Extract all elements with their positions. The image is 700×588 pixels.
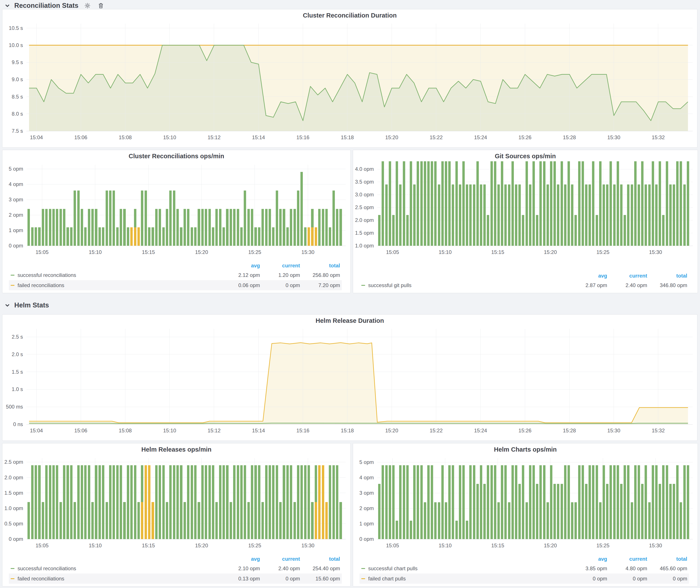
legend-sort-total[interactable]: total	[300, 263, 340, 269]
svg-text:15:25: 15:25	[248, 543, 261, 548]
legend-avg-value: 2.10 opm	[220, 565, 260, 572]
legend-series-color-icon	[361, 285, 365, 286]
legend-sort-total[interactable]: total	[647, 273, 687, 279]
panel-title-cluster-reconciliation-duration[interactable]: Cluster Reconciliation Duration	[2, 9, 697, 21]
legend-sort-total[interactable]: total	[647, 556, 687, 562]
svg-text:1 opm: 1 opm	[359, 521, 374, 527]
panel-cluster-reconciliation-duration: Cluster Reconciliation Duration 7.5 s8.0…	[2, 9, 697, 148]
chart-git-sources-opm[interactable]: 1.0 opm1.5 opm2.0 opm2.5 opm3.0 opm3.5 o…	[353, 161, 697, 260]
svg-text:1 opm: 1 opm	[9, 227, 23, 233]
svg-text:15:10: 15:10	[439, 249, 452, 255]
chart-cluster-reconciliations-opm[interactable]: 0 opm1 opm2 opm3 opm4 opm5 opm15:0515:10…	[3, 161, 350, 260]
chevron-down-icon	[3, 301, 12, 310]
chart-cluster-reconciliation-duration[interactable]: 7.5 s8.0 s8.5 s9.0 s9.5 s10.0 s10.5 s15:…	[3, 21, 697, 147]
legend-cluster-reconciliations: avgcurrenttotalsuccessful reconciliation…	[9, 261, 342, 290]
svg-text:2.0 opm: 2.0 opm	[4, 475, 23, 480]
legend-row: failed reconciliations0.13 opm0 opm15.60…	[9, 573, 342, 584]
svg-text:0 opm: 0 opm	[9, 243, 23, 249]
legend-sort-current[interactable]: current	[607, 273, 647, 279]
trash-icon[interactable]	[97, 1, 105, 10]
panel-title-cluster-reconciliations-opm[interactable]: Cluster Reconciliations ops/min	[2, 150, 350, 161]
svg-text:4 opm: 4 opm	[359, 475, 374, 480]
svg-text:15:15: 15:15	[142, 249, 155, 255]
svg-text:15:30: 15:30	[649, 543, 662, 548]
legend-sort-avg[interactable]: avg	[567, 273, 607, 279]
svg-text:4.0 opm: 4.0 opm	[355, 166, 374, 172]
svg-text:15:15: 15:15	[491, 249, 504, 255]
panel-helm-release-duration: Helm Release Duration 0 ns500 ms1.0 s1.5…	[2, 314, 697, 441]
panel-title-helm-charts-opm[interactable]: Helm Charts ops/min	[353, 443, 698, 455]
legend-sort-avg[interactable]: avg	[567, 556, 607, 562]
chevron-down-icon	[3, 1, 12, 10]
legend-current-value: 0 opm	[260, 576, 300, 582]
legend-helm-releases: avgcurrenttotalsuccessful reconciliation…	[9, 555, 342, 584]
chart-helm-release-duration[interactable]: 0 ns500 ms1.0 s1.5 s2.0 s2.5 s15:0415:06…	[3, 326, 697, 440]
legend-current-value: 2.40 opm	[607, 282, 647, 288]
svg-text:1.0 s: 1.0 s	[12, 386, 23, 392]
legend-sort-total[interactable]: total	[300, 556, 340, 562]
legend-series-name[interactable]: failed chart pulls	[368, 576, 406, 582]
section-toggle-reconciliation-stats[interactable]: Reconciliation Stats	[3, 1, 78, 10]
legend-series-name[interactable]: successful reconciliations	[18, 272, 76, 278]
legend-sort-avg[interactable]: avg	[220, 263, 260, 269]
chart-helm-charts-opm[interactable]: 0 opm1 opm2 opm3 opm4 opm5 opm15:0515:10…	[353, 455, 697, 553]
legend-series-name[interactable]: successful git pulls	[368, 282, 411, 288]
svg-text:15:30: 15:30	[607, 134, 620, 140]
legend-header: avgcurrenttotal	[360, 271, 689, 280]
svg-text:8.5 s: 8.5 s	[12, 94, 23, 100]
svg-text:2.5 opm: 2.5 opm	[355, 204, 374, 210]
svg-text:15:20: 15:20	[385, 428, 398, 433]
legend-sort-current[interactable]: current	[607, 556, 647, 562]
svg-text:0 opm: 0 opm	[9, 536, 23, 542]
svg-text:3.0 opm: 3.0 opm	[355, 192, 374, 197]
svg-text:15:20: 15:20	[195, 249, 208, 255]
legend-row: successful reconciliations2.12 opm1.20 o…	[9, 270, 342, 280]
chart-helm-releases-opm[interactable]: 0 opm0.5 opm1.0 opm1.5 opm2.0 opm2.5 opm…	[3, 455, 350, 553]
panel-helm-charts-opm: Helm Charts ops/min 0 opm1 opm2 opm3 opm…	[353, 443, 698, 586]
legend-sort-current[interactable]: current	[260, 263, 300, 269]
svg-text:15:30: 15:30	[607, 428, 620, 433]
svg-text:1.5 opm: 1.5 opm	[355, 230, 374, 236]
gear-icon[interactable]	[83, 1, 92, 10]
legend-total-value: 15.60 opm	[300, 576, 340, 582]
svg-text:9.5 s: 9.5 s	[12, 59, 23, 65]
svg-text:3 opm: 3 opm	[9, 197, 23, 202]
legend-series-color-icon	[361, 578, 365, 579]
svg-text:15:22: 15:22	[430, 428, 443, 433]
section-title: Reconciliation Stats	[14, 2, 78, 10]
svg-text:15:08: 15:08	[119, 428, 132, 433]
svg-text:15:05: 15:05	[35, 543, 48, 548]
legend-current-value: 1.20 opm	[260, 272, 300, 278]
svg-text:15:32: 15:32	[652, 134, 665, 140]
svg-text:500 ms: 500 ms	[6, 404, 23, 410]
legend-avg-value: 0 opm	[567, 576, 607, 582]
svg-text:15:10: 15:10	[439, 543, 452, 548]
panel-title-helm-releases-opm[interactable]: Helm Releases ops/min	[2, 443, 350, 455]
legend-series-name[interactable]: successful chart pulls	[368, 565, 418, 572]
panel-title-helm-release-duration[interactable]: Helm Release Duration	[2, 315, 697, 326]
svg-text:15:06: 15:06	[74, 134, 87, 140]
panel-title-git-sources-opm[interactable]: Git Sources ops/min	[353, 150, 698, 161]
legend-sort-current[interactable]: current	[260, 556, 300, 562]
svg-text:15:04: 15:04	[30, 134, 43, 140]
legend-series-name[interactable]: failed reconciliations	[18, 576, 64, 582]
legend-avg-value: 2.87 opm	[567, 282, 607, 288]
svg-text:15:16: 15:16	[296, 428, 309, 433]
svg-text:2 opm: 2 opm	[359, 505, 374, 511]
svg-text:15:05: 15:05	[35, 249, 48, 255]
svg-text:15:30: 15:30	[649, 249, 662, 255]
section-toggle-helm-stats[interactable]: Helm Stats	[3, 301, 49, 310]
svg-text:15:32: 15:32	[652, 428, 665, 433]
legend-sort-avg[interactable]: avg	[220, 556, 260, 562]
svg-text:2.5 opm: 2.5 opm	[4, 459, 23, 465]
legend-row: successful reconciliations2.10 opm2.40 o…	[9, 563, 342, 573]
legend-series-name[interactable]: successful reconciliations	[18, 565, 76, 572]
section-header-helm-stats: Helm Stats	[3, 300, 49, 310]
legend-series-name[interactable]: failed reconciliations	[18, 282, 64, 288]
svg-text:15:10: 15:10	[89, 249, 102, 255]
svg-text:9.0 s: 9.0 s	[12, 76, 23, 82]
legend-row: failed chart pulls0 opm0 opm0 opm	[360, 573, 689, 584]
svg-text:0 ns: 0 ns	[13, 421, 23, 427]
legend-total-value: 254.40 opm	[300, 565, 340, 572]
svg-text:15:22: 15:22	[430, 134, 443, 140]
